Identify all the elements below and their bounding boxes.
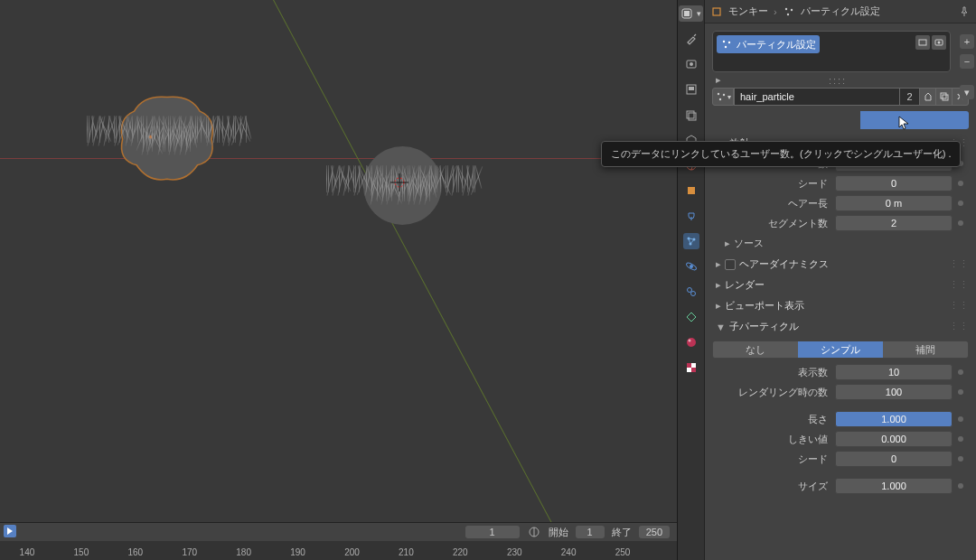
section-label: レンダー — [725, 278, 765, 292]
play-button[interactable] — [4, 525, 16, 537]
svg-point-41 — [718, 93, 719, 95]
section-label: ヘアーダイナミクス — [739, 257, 829, 271]
label-child-seed: シード — [705, 453, 835, 466]
svg-point-34 — [786, 13, 788, 14]
tab-tool[interactable] — [683, 31, 699, 47]
tab-modifier[interactable] — [683, 208, 699, 224]
section-source[interactable]: ▸ソース — [705, 233, 976, 254]
frame-end[interactable]: 250 — [639, 526, 670, 538]
section-label: ソース — [734, 237, 764, 250]
particle-slot-active[interactable]: パーティクル設定 — [717, 35, 820, 53]
svg-rect-16 — [688, 187, 695, 194]
svg-rect-45 — [943, 95, 948, 100]
field-child-seed[interactable]: 0 — [835, 451, 953, 467]
tab-data[interactable] — [683, 309, 699, 325]
keyframe-dot[interactable] — [958, 181, 963, 186]
label-display-count: 表示数 — [705, 366, 835, 379]
keyframe-dot[interactable] — [958, 436, 963, 442]
add-slot-button[interactable]: + — [960, 34, 974, 49]
section-children[interactable]: ▼子パーティクル⋮⋮ — [705, 316, 976, 337]
editor-type-selector[interactable]: ▾ — [679, 5, 703, 22]
breadcrumb-data[interactable]: パーティクル設定 — [801, 5, 880, 18]
mesh-sphere[interactable] — [325, 108, 479, 262]
tick: 150 — [74, 547, 89, 557]
keyframe-dot[interactable] — [958, 456, 963, 462]
field-size[interactable]: 1.000 — [835, 478, 953, 494]
section-render[interactable]: ▸レンダー⋮⋮ — [705, 275, 976, 295]
tab-texture[interactable] — [683, 359, 699, 376]
datablock-user-count[interactable]: 2 — [900, 88, 920, 106]
timeline-ruler[interactable]: 140 150 160 170 180 190 200 210 220 230 … — [0, 541, 677, 560]
tick: 210 — [399, 547, 414, 557]
fake-user-button[interactable] — [920, 88, 936, 106]
children-none-button[interactable]: なし — [713, 341, 798, 358]
svg-point-24 — [690, 292, 695, 296]
list-resize-handle[interactable] — [725, 75, 951, 86]
tab-object[interactable] — [683, 182, 699, 199]
tab-output[interactable] — [683, 81, 699, 98]
frame-current[interactable]: 1 — [465, 526, 520, 538]
particle-type-row — [712, 111, 969, 129]
section-viewport-display[interactable]: ▸ビューポート表示⋮⋮ — [705, 295, 976, 316]
type-hair-button[interactable] — [860, 111, 969, 129]
new-datablock-button[interactable] — [936, 88, 953, 106]
list-expand[interactable]: ▸ — [716, 74, 721, 86]
datablock-browse-button[interactable]: ▾ — [712, 88, 734, 106]
end-label: 終了 — [612, 526, 632, 539]
keyframe-dot[interactable] — [958, 483, 963, 489]
keyframe-dot[interactable] — [958, 369, 963, 375]
tab-viewlayer[interactable] — [683, 107, 699, 123]
section-hair-dynamics[interactable]: ▸ヘアーダイナミクス⋮⋮ — [705, 254, 976, 275]
svg-point-23 — [687, 288, 691, 293]
breadcrumb-object[interactable]: モンキー — [728, 5, 768, 18]
keyframe-dot[interactable] — [958, 416, 963, 422]
specials-menu-button[interactable]: ▾ — [960, 85, 974, 99]
svg-point-37 — [725, 46, 727, 48]
tick: 190 — [290, 547, 305, 557]
svg-rect-13 — [687, 111, 694, 118]
section-label: ビューポート表示 — [725, 299, 804, 313]
properties-tabs: ▾ — [678, 0, 705, 560]
field-threshold[interactable]: 0.000 — [835, 431, 953, 447]
particle-slot-list[interactable]: パーティクル設定 — [712, 31, 951, 72]
keyframe-dot[interactable] — [958, 389, 963, 395]
hair-strands — [86, 63, 249, 208]
children-type-segmented: なし シンプル 補間 — [712, 341, 969, 359]
label-render-count: レンダリング時の数 — [705, 386, 835, 399]
viewport-3d[interactable]: 1 開始 1 終了 250 140 150 160 170 180 190 20… — [0, 0, 678, 560]
mesh-monkey[interactable] — [86, 63, 249, 208]
datablock-name-field[interactable]: hair_particle — [734, 88, 900, 106]
children-interp-button[interactable]: 補間 — [883, 341, 968, 358]
field-segments[interactable]: 2 — [835, 215, 953, 231]
svg-rect-14 — [689, 113, 696, 120]
slot-toggle-viewport[interactable] — [915, 35, 930, 50]
field-seed[interactable]: 0 — [835, 175, 953, 191]
keyframe-dot[interactable] — [958, 220, 963, 226]
svg-point-36 — [728, 42, 730, 43]
svg-rect-31 — [713, 8, 720, 15]
remove-slot-button[interactable]: − — [960, 54, 974, 69]
breadcrumb-sep: › — [774, 6, 777, 17]
hair-dynamics-checkbox[interactable] — [725, 259, 736, 270]
keying-icon[interactable] — [527, 525, 541, 539]
field-render-count[interactable]: 100 — [835, 384, 953, 400]
pin-icon[interactable] — [958, 5, 971, 18]
svg-rect-28 — [691, 363, 696, 368]
tab-physics[interactable] — [683, 258, 699, 275]
svg-point-32 — [784, 7, 786, 9]
tab-material[interactable] — [683, 334, 699, 350]
field-display-count[interactable]: 10 — [835, 364, 953, 380]
svg-point-10 — [690, 62, 693, 66]
keyframe-dot[interactable] — [958, 201, 963, 206]
frame-start[interactable]: 1 — [576, 526, 605, 538]
tab-render[interactable] — [683, 56, 699, 72]
tab-particle[interactable] — [683, 233, 699, 249]
field-hair-length[interactable]: 0 m — [835, 195, 953, 211]
timeline[interactable]: 1 開始 1 終了 250 140 150 160 170 180 190 20… — [0, 522, 677, 560]
label-segments: セグメント数 — [705, 217, 835, 230]
tab-constraint[interactable] — [683, 284, 699, 300]
tick: 140 — [20, 547, 35, 557]
children-simple-button[interactable]: シンプル — [798, 341, 883, 358]
field-length[interactable]: 1.000 — [835, 411, 953, 427]
slot-toggle-render[interactable] — [932, 35, 946, 50]
